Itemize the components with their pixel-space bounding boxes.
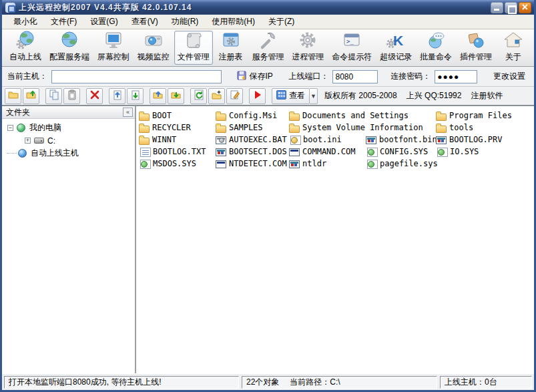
toolbar-batch-command[interactable]: 批量命令 [417,31,455,65]
toolbar-file-manager[interactable]: 文件管理 [174,31,213,65]
main-toolbar: 自动上线 配置服务端 屏幕控制 视频监控 文件管理 注册表 服务管理 进程管理 [2,29,534,67]
toolbar-auto-online[interactable]: 自动上线 [6,31,45,65]
refresh-button[interactable] [190,88,207,104]
menu-view[interactable]: 查看(V) [125,15,164,29]
folder-up-level-icon [26,89,37,102]
close-button[interactable] [519,2,531,13]
toolbar-service-manager[interactable]: 服务管理 [248,31,287,65]
change-settings-button[interactable]: 更改设置 [490,69,529,84]
disk-drive-icon [34,138,44,144]
title-bar: 上兴远程控制2007 V4.4共享版 42.0.107.14 [2,0,534,15]
folder-panel-header: 文件夹 « [2,106,135,119]
copy-button[interactable] [45,88,62,104]
file-item[interactable]: NTDETECT.COM [216,158,287,170]
ini-file-icon [290,136,301,145]
file-item[interactable]: RECYCLER [139,122,206,134]
file-name: COMMAND.COM [302,147,355,156]
tree-node-label: 自动上线主机 [31,148,79,159]
console-icon: >_ [341,29,362,51]
toolbar-plugin-manager[interactable]: 插件管理 [457,31,495,65]
toolbar-label: 批量命令 [420,51,452,63]
toolbar-process-manager[interactable]: 进程管理 [288,31,327,65]
rename-edit-button[interactable] [226,88,243,104]
file-item[interactable]: bootfont.bin [366,134,438,146]
toolbar-screen-control[interactable]: 屏幕控制 [94,31,133,65]
password-input[interactable] [435,70,477,83]
run-button[interactable] [249,88,266,104]
file-item[interactable]: pagefile.sys [366,158,438,170]
file-item[interactable]: IO.SYS [436,146,512,158]
copy-icon [49,89,59,102]
toolbar-super-record[interactable]: K 超级记录 [376,31,415,65]
app-icon [5,3,15,13]
toolbar-cmd-prompt[interactable]: >_ 命令提示符 [328,31,375,65]
file-item[interactable]: BOOTLOG.PRV [436,134,512,146]
file-upload-button[interactable] [109,88,125,104]
file-item[interactable]: tools [436,122,512,134]
expand-expander-icon[interactable]: + [25,138,31,144]
toolbar-about[interactable]: 关于 [497,31,530,65]
view-button[interactable]: 查看 [272,88,310,104]
file-item[interactable]: Config.Msi [216,110,287,122]
file-item[interactable]: Program Files [436,110,512,122]
menu-settings[interactable]: 设置(G) [84,15,123,29]
file-item[interactable]: SAMPLES [216,122,287,134]
file-name: MSDOS.SYS [153,159,196,168]
toolbar-config-server[interactable]: 配置服务端 [46,31,93,65]
menu-functions[interactable]: 功能(R) [166,15,205,29]
folder-up-level-button[interactable] [23,88,39,104]
bin-file-icon [436,136,447,144]
file-item[interactable]: BOOTSECT.DOS [216,146,287,158]
file-item[interactable]: BOOTLOG.TXT [139,146,206,158]
menu-file[interactable]: 文件(F) [45,15,83,29]
menu-about[interactable]: 关于(Z) [262,15,300,29]
folder-icon [436,114,447,121]
toolbar-label: 进程管理 [292,51,324,63]
folder-upload-button[interactable] [150,88,166,104]
collapse-expander-icon[interactable]: − [7,125,13,131]
file-item[interactable]: CONFIG.SYS [366,146,438,158]
paste-button[interactable] [63,88,80,104]
toolbar-label: 文件管理 [178,51,210,63]
run-play-icon [252,89,263,102]
tree-node-auto-online-hosts[interactable]: 自动上线主机 [5,147,135,160]
toolbar-video-monitor[interactable]: 视频监控 [134,31,173,65]
file-item[interactable]: MSDOS.SYS [139,158,206,170]
app-file-icon [216,160,226,168]
password-label: 连接密码： [390,71,431,82]
folder-icon [139,138,150,145]
text-file-icon [140,148,151,157]
port-input[interactable] [332,70,378,83]
status-bar: 打开本地监听端口8080成功, 等待主机上线! 22个对象 当前路径：C:\ 上… [2,373,534,390]
toolbar-registry[interactable]: 注册表 [214,31,248,65]
folder-download-button[interactable] [168,88,184,104]
file-name: CONFIG.SYS [380,147,428,156]
open-folder-button[interactable] [5,88,21,104]
menu-help[interactable]: 使用帮助(H) [206,15,261,29]
file-item[interactable]: AUTOEXEC.BAT [216,134,287,146]
tree-connector [7,153,17,154]
menu-minimize[interactable]: 最小化 [7,15,43,29]
file-download-button[interactable] [127,88,144,104]
file-item[interactable]: WINNT [139,134,206,146]
save-ip-button[interactable]: 保存IP [234,69,276,85]
view-grid-icon [276,90,286,102]
house-icon [503,29,524,51]
new-folder-button[interactable] [208,88,225,104]
view-dropdown-arrow[interactable]: ▼ [310,88,318,104]
tree-node-my-computer[interactable]: − 我的电脑 [5,122,135,134]
folder-icon [216,114,226,121]
register-link[interactable]: 注册软件 [471,90,503,102]
toolbar-label: 服务管理 [252,51,284,63]
maximize-button[interactable] [505,2,517,13]
minimize-button[interactable] [491,2,503,13]
file-column: Config.Msi SAMPLES AUTOEXEC.BAT BOOTSECT… [216,110,287,170]
file-item[interactable]: BOOT [139,110,206,122]
collapse-panel-button[interactable]: « [123,108,133,117]
computer-sphere-green-icon [17,124,25,132]
delete-button[interactable] [86,88,103,104]
current-host-input[interactable] [51,70,222,83]
status-path-segment: 22个对象 当前路径：C:\ [242,376,437,389]
tree-node-c-drive[interactable]: + C: [5,134,135,147]
toolbar-label: 视频监控 [138,51,170,63]
